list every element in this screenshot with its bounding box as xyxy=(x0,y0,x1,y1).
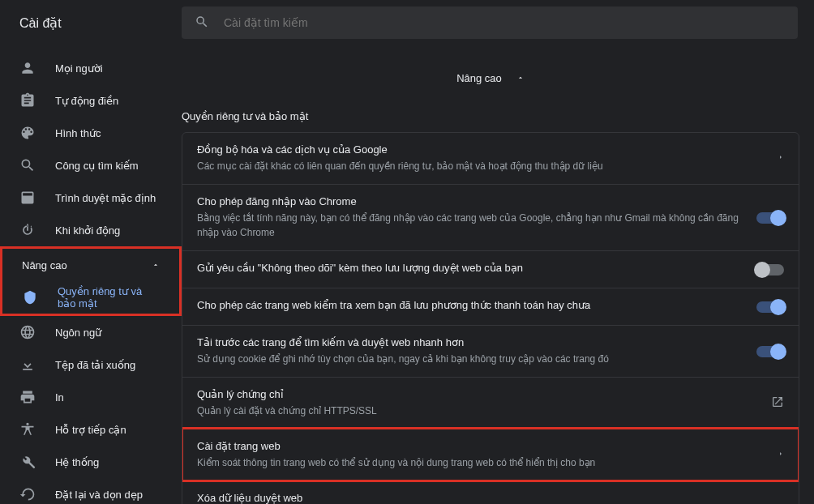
advanced-header[interactable]: Nâng cao xyxy=(182,55,799,100)
chevron-right-icon xyxy=(778,152,784,164)
row-title: Đồng bộ hóa và các dịch vụ của Google xyxy=(197,143,742,156)
search-box[interactable] xyxy=(182,6,798,39)
sidebar-item-label: In xyxy=(55,391,64,404)
sidebar-item-printing[interactable]: In xyxy=(0,381,182,413)
settings-row[interactable]: Cho phép các trang web kiểm tra xem bạn … xyxy=(182,288,799,325)
sidebar-item-accessibility[interactable]: Hỗ trợ tiếp cận xyxy=(0,413,182,446)
row-title: Quản lý chứng chỉ xyxy=(197,388,742,400)
toggle-switch[interactable] xyxy=(756,212,784,224)
toggle-switch[interactable] xyxy=(756,346,784,357)
sidebar-item-reset[interactable]: Đặt lại và dọn dẹp xyxy=(0,478,182,504)
search-input[interactable] xyxy=(224,16,785,29)
restore-icon xyxy=(19,486,36,502)
row-title: Cho phép các trang web kiểm tra xem bạn … xyxy=(197,299,742,311)
chevron-up-icon xyxy=(152,259,160,271)
shield-icon xyxy=(22,289,38,305)
wrench-icon xyxy=(19,454,36,470)
search-icon xyxy=(19,157,36,173)
sidebar-item-downloads[interactable]: Tệp đã tải xuống xyxy=(0,348,182,381)
search-icon xyxy=(195,15,224,32)
accessibility-icon xyxy=(19,421,36,438)
main-content: Nâng cao Quyền riêng tư và bảo mật Đồng … xyxy=(182,45,814,504)
chevron-right-icon xyxy=(778,449,784,461)
settings-row[interactable]: Cho phép đăng nhập vào ChromeBằng việc t… xyxy=(182,184,799,250)
sidebar-item-on-startup[interactable]: Khi khởi động xyxy=(0,214,182,246)
sidebar-item-label: Hỗ trợ tiếp cận xyxy=(55,424,126,436)
download-icon xyxy=(19,357,36,373)
sidebar-item-privacy[interactable]: Quyền riêng tư và bảo mật xyxy=(2,281,179,314)
sidebar-item-languages[interactable]: Ngôn ngữ xyxy=(0,316,182,348)
row-subtitle: Kiểm soát thông tin trang web có thể sử … xyxy=(197,455,742,470)
sidebar-item-system[interactable]: Hệ thống xyxy=(0,446,182,478)
sidebar-item-label: Công cụ tìm kiếm xyxy=(55,160,139,172)
sidebar-item-label: Trình duyệt mặc định xyxy=(55,192,156,204)
row-subtitle: Các mục cài đặt khác có liên quan đến qu… xyxy=(197,159,742,173)
page-title: Cài đặt xyxy=(0,15,182,31)
row-subtitle: Quản lý cài đặt và chứng chỉ HTTPS/SSL xyxy=(197,404,742,418)
settings-row[interactable]: Tải trước các trang để tìm kiếm và duyệt… xyxy=(182,325,799,377)
row-title: Tải trước các trang để tìm kiếm và duyệt… xyxy=(197,336,742,348)
person-icon xyxy=(19,60,36,76)
section-title: Quyền riêng tư và bảo mật xyxy=(182,110,799,122)
settings-row[interactable]: Cài đặt trang webKiểm soát thông tin tra… xyxy=(182,429,799,481)
open-external-icon xyxy=(771,395,784,411)
clipboard-icon xyxy=(19,92,36,109)
settings-row[interactable]: Quản lý chứng chỉQuản lý cài đặt và chứn… xyxy=(182,377,799,429)
power-icon xyxy=(19,222,36,238)
globe-icon xyxy=(19,324,36,340)
sidebar-item-default-browser[interactable]: Trình duyệt mặc định xyxy=(0,182,182,214)
sidebar-item-label: Đặt lại và dọn dẹp xyxy=(55,489,143,501)
toggle-switch[interactable] xyxy=(756,264,784,275)
settings-row[interactable]: Xóa dữ liệu duyệt webXóa lịch sử, cookie… xyxy=(182,481,799,504)
sidebar-item-label: Hình thức xyxy=(55,127,101,139)
sidebar-item-label: Tự động điền xyxy=(55,95,118,107)
sidebar-item-label: Hệ thống xyxy=(55,456,99,468)
sidebar-item-label: Mọi người xyxy=(55,62,103,75)
chevron-up-icon xyxy=(516,72,525,84)
settings-row[interactable]: Gửi yêu cầu "Không theo dõi" kèm theo lư… xyxy=(182,250,799,288)
sidebar-advanced-label: Nâng cao xyxy=(22,259,67,271)
sidebar-item-label: Khi khởi động xyxy=(55,224,120,237)
print-icon xyxy=(19,389,36,405)
row-subtitle: Sử dụng cookie để ghi nhớ tùy chọn của b… xyxy=(197,352,742,366)
advanced-label: Nâng cao xyxy=(456,72,502,84)
sidebar: Mọi người Tự động điền Hình thức Công cụ… xyxy=(0,45,182,504)
window-icon xyxy=(19,190,36,206)
row-title: Xóa dữ liệu duyệt web xyxy=(197,492,742,504)
sidebar-item-label: Tệp đã tải xuống xyxy=(55,359,135,371)
row-subtitle: Bằng việc tắt tính năng này, bạn có thể … xyxy=(197,211,742,240)
sidebar-item-appearance[interactable]: Hình thức xyxy=(0,117,182,149)
sidebar-item-search-engine[interactable]: Công cụ tìm kiếm xyxy=(0,149,182,182)
settings-row[interactable]: Đồng bộ hóa và các dịch vụ của GoogleCác… xyxy=(182,133,799,184)
sidebar-advanced-toggle[interactable]: Nâng cao xyxy=(2,249,179,281)
row-title: Cài đặt trang web xyxy=(197,440,742,452)
row-title: Gửi yêu cầu "Không theo dõi" kèm theo lư… xyxy=(197,262,742,274)
sidebar-item-autofill[interactable]: Tự động điền xyxy=(0,84,182,117)
toggle-switch[interactable] xyxy=(756,301,784,313)
row-title: Cho phép đăng nhập vào Chrome xyxy=(197,195,742,207)
sidebar-item-label: Quyền riêng tư và bảo mật xyxy=(58,285,160,310)
chevron-right-icon xyxy=(778,501,784,504)
sidebar-item-label: Ngôn ngữ xyxy=(55,327,101,339)
settings-card: Đồng bộ hóa và các dịch vụ của GoogleCác… xyxy=(182,132,799,504)
palette-icon xyxy=(19,125,36,141)
sidebar-item-people[interactable]: Mọi người xyxy=(0,52,182,84)
